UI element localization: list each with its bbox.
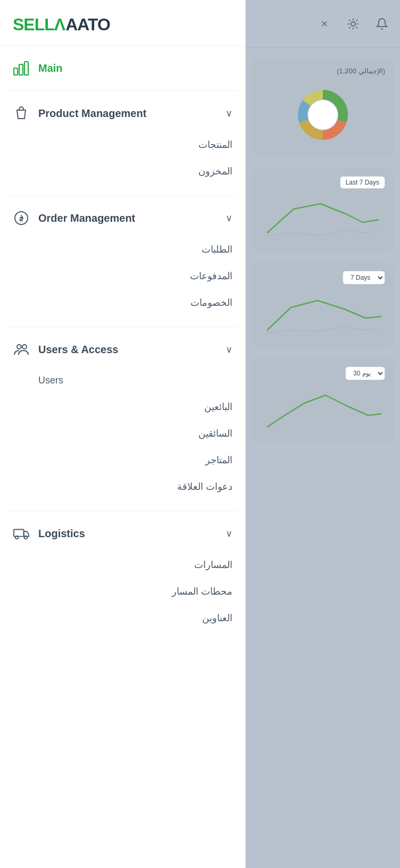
- sidebar-order-label: Order Management: [38, 212, 217, 224]
- nav-section-product: Product Management ∨ المنتجات المخزون: [0, 91, 245, 195]
- svg-line-8: [356, 20, 357, 21]
- sub-item-users[interactable]: Users: [38, 368, 245, 394]
- right-content: (الإجمالي 1,200): [246, 48, 400, 454]
- sun-icon[interactable]: [344, 14, 363, 34]
- sidebar-logistics-label: Logistics: [38, 528, 217, 540]
- sidebar-item-product[interactable]: Product Management ∨: [0, 95, 245, 131]
- truck-icon: [13, 525, 30, 542]
- sidebar-users-label: Users & Access: [38, 344, 217, 356]
- right-panel: × (الإجمالي 1,200): [246, 0, 400, 868]
- chevron-logistics-icon: ∨: [226, 528, 232, 539]
- sub-item-merchants[interactable]: المتاجر: [38, 447, 245, 473]
- nav-section-logistics: Logistics ∨ المسارات محطات المسار العناو…: [0, 511, 245, 642]
- time-filter-1[interactable]: Last 7 Days: [340, 176, 385, 189]
- sub-item-inventory[interactable]: المخزون: [38, 158, 245, 185]
- sidebar: SELL Λ AATO Main: [0, 0, 246, 868]
- line-chart-card-1: Last 7 Days: [252, 168, 394, 252]
- donut-label: (الإجمالي 1,200): [261, 67, 385, 75]
- chart-filter-row-2: 7 Days: [261, 271, 385, 285]
- sub-item-orders[interactable]: الطلبات: [38, 236, 245, 263]
- sidebar-item-main[interactable]: Main: [0, 50, 245, 86]
- chart-icon: [13, 60, 30, 77]
- sub-item-products[interactable]: المنتجات: [38, 131, 245, 158]
- line-chart-2: [261, 289, 385, 337]
- line-chart-card-2: 7 Days: [252, 262, 394, 347]
- line-chart-1: [261, 193, 385, 241]
- svg-rect-15: [14, 68, 18, 75]
- svg-point-0: [351, 22, 355, 26]
- nav-section-order: Order Management ∨ الطلبات المدفوعات الخ…: [0, 196, 245, 327]
- svg-rect-16: [19, 64, 23, 75]
- close-icon[interactable]: ×: [315, 14, 334, 34]
- sub-item-routes[interactable]: المسارات: [38, 552, 245, 578]
- bag-icon: [13, 105, 30, 122]
- chart-filter-row-3: يوم 30: [261, 366, 385, 380]
- svg-line-6: [356, 27, 357, 28]
- order-sub-items: الطلبات المدفوعات الخصومات: [0, 236, 245, 322]
- bell-icon[interactable]: [372, 14, 391, 34]
- svg-point-19: [17, 345, 21, 349]
- sub-item-stops[interactable]: محطات المسار: [38, 578, 245, 605]
- time-filter-3[interactable]: يوم 30: [345, 366, 385, 380]
- sub-item-addresses[interactable]: العناوين: [38, 605, 245, 631]
- donut-card: (الإجمالي 1,200): [252, 59, 394, 157]
- users-sub-items: Users البائعين السائقين المتاجر دعوات ال…: [0, 368, 245, 506]
- logo-lambda1: Λ: [54, 15, 65, 35]
- dollar-icon: [13, 210, 30, 227]
- logo-sell: SELL: [13, 15, 54, 35]
- sidebar-item-logistics[interactable]: Logistics ∨: [0, 515, 245, 552]
- sub-item-payments[interactable]: المدفوعات: [38, 263, 245, 289]
- logo: SELL Λ AATO: [13, 15, 232, 35]
- product-sub-items: المنتجات المخزون: [0, 131, 245, 191]
- svg-point-22: [15, 536, 19, 539]
- nav-section-users: Users & Access ∨ Users البائعين السائقين…: [0, 327, 245, 511]
- svg-line-5: [349, 20, 350, 21]
- logo-area: SELL Λ AATO: [0, 0, 245, 46]
- sub-item-invitations[interactable]: دعوات العلاقة: [38, 473, 245, 500]
- time-filter-2[interactable]: 7 Days: [343, 271, 385, 285]
- sub-item-drivers[interactable]: السائقين: [38, 420, 245, 447]
- chevron-order-icon: ∨: [226, 212, 232, 224]
- top-bar: ×: [246, 0, 400, 48]
- users-icon: [13, 341, 30, 358]
- line-chart-card-3: يوم 30: [252, 358, 394, 443]
- svg-line-7: [349, 27, 350, 28]
- svg-point-20: [22, 345, 27, 349]
- svg-point-23: [24, 536, 28, 539]
- sidebar-item-users[interactable]: Users & Access ∨: [0, 331, 245, 368]
- sidebar-product-label: Product Management: [38, 107, 217, 120]
- svg-rect-17: [24, 62, 28, 75]
- chart-filter-row-1: Last 7 Days: [261, 176, 385, 189]
- nav-section-main: Main: [0, 46, 245, 90]
- chevron-product-icon: ∨: [226, 107, 232, 119]
- sidebar-item-order[interactable]: Order Management ∨: [0, 200, 245, 236]
- logo-aato: AATO: [65, 15, 110, 35]
- chevron-users-icon: ∨: [226, 344, 232, 355]
- line-chart-3: [261, 385, 385, 432]
- svg-rect-21: [14, 530, 24, 537]
- donut-chart: [261, 81, 385, 148]
- sub-item-discounts[interactable]: الخصومات: [38, 289, 245, 316]
- sidebar-main-label: Main: [38, 62, 232, 74]
- sub-item-sellers[interactable]: البائعين: [38, 394, 245, 420]
- svg-point-14: [308, 100, 338, 130]
- logistics-sub-items: المسارات محطات المسار العناوين: [0, 552, 245, 638]
